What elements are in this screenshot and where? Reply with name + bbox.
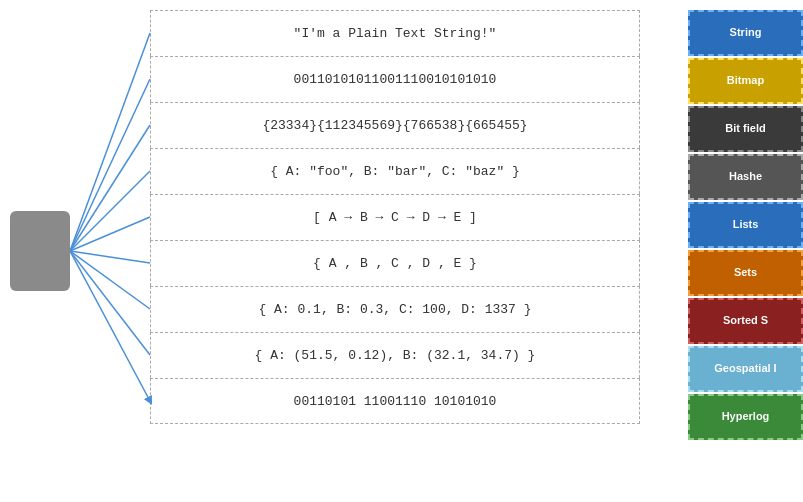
list-data: [ A → B → C → D → E ] [150,194,640,240]
list-type: Lists [688,202,803,248]
list-type-label: Lists [733,218,759,231]
list-data-text: [ A → B → C → D → E ] [313,210,477,225]
key-box [10,211,70,291]
svg-line-4 [70,217,150,251]
sortedset-data-text: { A: 0.1, B: 0.3, C: 100, D: 1337 } [258,302,531,317]
hyperlog-type: Hyperlog [688,394,803,440]
geospatial-type: Geospatial I [688,346,803,392]
hash-data-text: { A: "foo", B: "bar", C: "baz" } [270,164,520,179]
bitfield-type: Bit field [688,106,803,152]
geospatial-data: { A: (51.5, 0.12), B: (32.1, 34.7) } [150,332,640,378]
hyperlog-data: 00110101 11001110 10101010 [150,378,640,424]
data-column: "I'm a Plain Text String!"00110101011001… [150,10,640,424]
bitmap-type: Bitmap [688,58,803,104]
set-type-label: Sets [734,266,757,279]
sortedset-type-label: Sorted S [723,314,768,327]
sortedset-data: { A: 0.1, B: 0.3, C: 100, D: 1337 } [150,286,640,332]
type-column: StringBitmapBit fieldHasheListsSetsSorte… [688,10,803,442]
hyperlog-type-label: Hyperlog [722,410,770,423]
geospatial-data-text: { A: (51.5, 0.12), B: (32.1, 34.7) } [255,348,536,363]
svg-line-5 [70,251,150,263]
bitmap-data: 00110101011001110010101010 [150,56,640,102]
svg-line-2 [70,125,150,251]
set-type: Sets [688,250,803,296]
svg-line-6 [70,251,150,309]
string-data: "I'm a Plain Text String!" [150,10,640,56]
bitfield-data: {23334}{112345569}{766538}{665455} [150,102,640,148]
geospatial-type-label: Geospatial I [714,362,776,375]
bitfield-data-text: {23334}{112345569}{766538}{665455} [262,118,527,133]
main-container: "I'm a Plain Text String!"00110101011001… [0,0,803,502]
bitmap-data-text: 00110101011001110010101010 [294,72,497,87]
set-data-text: { A , B , C , D , E } [313,256,477,271]
sortedset-type: Sorted S [688,298,803,344]
svg-line-0 [70,33,150,251]
set-data: { A , B , C , D , E } [150,240,640,286]
hash-data: { A: "foo", B: "bar", C: "baz" } [150,148,640,194]
svg-line-8 [70,251,150,401]
svg-line-7 [70,251,150,355]
svg-line-3 [70,171,150,251]
svg-line-1 [70,79,150,251]
string-data-text: "I'm a Plain Text String!" [294,26,497,41]
string-type: String [688,10,803,56]
hash-type: Hashe [688,154,803,200]
bitmap-type-label: Bitmap [727,74,764,87]
hyperlog-data-text: 00110101 11001110 10101010 [294,394,497,409]
bitfield-type-label: Bit field [725,122,765,135]
string-type-label: String [730,26,762,39]
hash-type-label: Hashe [729,170,762,183]
